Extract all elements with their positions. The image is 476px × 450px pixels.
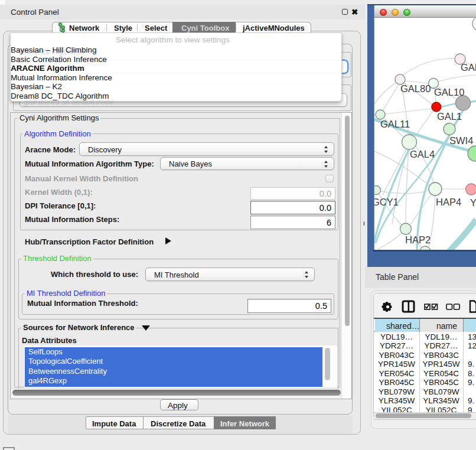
svg-text:GAL10: GAL10 [434,87,464,97]
svg-text:GAL1: GAL1 [437,111,462,122]
svg-text:GAL7: GAL7 [461,62,476,73]
svg-text:GAL80: GAL80 [400,83,431,94]
svg-text:GAL11: GAL11 [380,119,410,129]
svg-text:HAP2: HAP2 [405,234,431,245]
svg-text:GAL4: GAL4 [410,149,435,159]
svg-text:GCY1: GCY1 [374,197,399,207]
svg-text:HAP4: HAP4 [436,197,461,207]
svg-text:Y: Y [470,197,476,208]
svg-text:SWI4: SWI4 [449,135,473,146]
